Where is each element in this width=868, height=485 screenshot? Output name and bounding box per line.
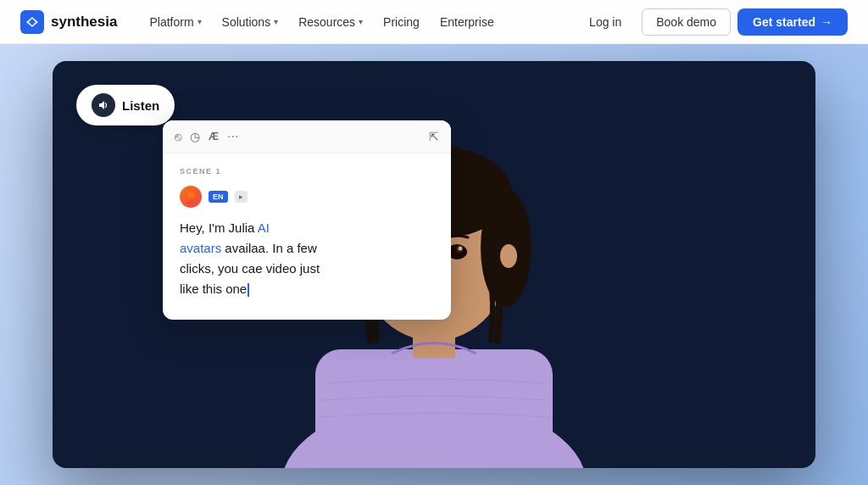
nav-item-solutions[interactable]: Solutions ▾ [214,10,287,34]
avatar-face-icon [184,190,198,203]
nav-solutions-label: Solutions [222,15,271,29]
script-part1: Hey, I'm Julia [180,220,254,235]
logo-icon [20,10,44,34]
main-area: Listen [0,44,868,485]
navbar: synthesia Platform ▾ Solutions ▾ Resourc… [0,0,868,44]
nav-item-platform[interactable]: Platform ▾ [141,10,209,34]
logo-text: synthesia [51,14,117,31]
nav-pricing-label: Pricing [383,15,420,29]
chevron-down-icon: ▾ [359,17,363,26]
listen-label: Listen [122,98,159,113]
expand-icon[interactable]: ⇱ [429,130,439,143]
arrow-icon: → [821,15,832,29]
type-icon[interactable]: Æ [209,131,219,142]
text-cursor [248,283,249,297]
script-text: Hey, I'm Julia AI avatars availaa. In a … [180,218,434,299]
undo-icon[interactable]: ⎋ [175,130,181,143]
nav-enterprise-label: Enterprise [440,15,494,29]
get-started-button[interactable]: Get started → [737,8,848,36]
chevron-down-icon: ▾ [198,17,202,26]
script-part-avail: availa [221,241,258,255]
script-highlight-avatars: avatars [180,241,221,255]
scene-label: SCENE 1 [180,167,434,176]
video-card: Listen [53,61,815,468]
more-options-icon[interactable]: ··· [227,129,238,144]
script-part-end: like this one [180,282,247,296]
listen-button[interactable]: Listen [76,85,175,125]
script-highlight-ai: AI [254,220,270,235]
script-part-rest1: a. In a few [259,241,317,255]
logo[interactable]: synthesia [20,10,117,34]
nav-resources-label: Resources [298,15,355,29]
script-part-video: e video just [255,261,320,276]
book-demo-button[interactable]: Book demo [642,8,731,36]
nav-item-pricing[interactable]: Pricing [375,10,428,34]
avatar-selector-row: EN ▸ [180,186,434,208]
speaker-icon [92,93,115,117]
svg-point-15 [500,244,517,268]
language-badge[interactable]: EN [209,191,228,203]
nav-platform-label: Platform [149,15,193,29]
script-part-clicks: clicks, you ca [180,261,255,276]
language-chevron[interactable]: ▸ [235,191,248,203]
nav-right: Log in Book demo Get started → [576,8,848,36]
chevron-down-icon: ▾ [274,17,278,26]
editor-panel: ⎋ ◷ Æ ··· ⇱ SCENE 1 EN ▸ [163,120,451,320]
clock-icon[interactable]: ◷ [190,130,200,143]
nav-links: Platform ▾ Solutions ▾ Resources ▾ Prici… [141,10,569,34]
svg-point-16 [187,192,194,198]
login-button[interactable]: Log in [576,9,635,35]
get-started-label: Get started [753,15,815,29]
editor-toolbar: ⎋ ◷ Æ ··· ⇱ [163,120,451,153]
editor-content: SCENE 1 EN ▸ Hey, I'm Julia AI avatars a… [163,153,451,320]
nav-item-enterprise[interactable]: Enterprise [431,10,503,34]
avatar-thumbnail[interactable] [180,186,202,208]
svg-rect-2 [315,349,553,468]
nav-item-resources[interactable]: Resources ▾ [290,10,371,34]
svg-point-13 [459,247,463,251]
